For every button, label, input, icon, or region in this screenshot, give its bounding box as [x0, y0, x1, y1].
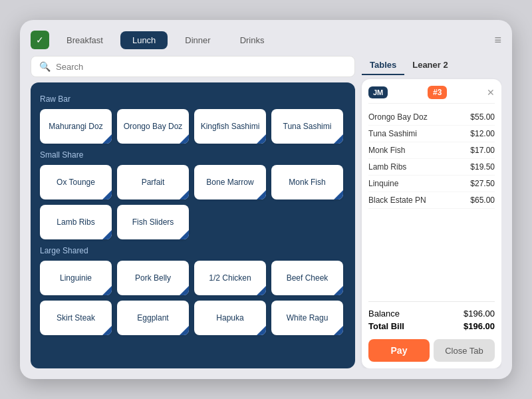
close-tab-button[interactable]: Close Tab — [434, 339, 495, 362]
menu-item[interactable]: Orongo Bay Doz — [117, 109, 189, 144]
order-item-price: $17.00 — [470, 146, 495, 155]
order-item-name: Orongo Bay Doz — [368, 112, 470, 122]
order-item-row: Orongo Bay Doz $55.00 — [368, 109, 495, 126]
app-container: ✓ Breakfast Lunch Dinner Drinks ≡ 🔍 Raw … — [20, 20, 512, 379]
menu-item[interactable]: Eggplant — [117, 301, 189, 335]
section-large-shared: Large Shared — [40, 246, 346, 255]
footer-actions: Pay Close Tab — [368, 339, 495, 362]
balance-label: Balance — [368, 309, 400, 319]
tab-lunch[interactable]: Lunch — [120, 31, 168, 49]
search-bar: 🔍 — [31, 56, 355, 77]
menu-item[interactable]: Kingfish Sashimi — [194, 109, 266, 144]
order-item-row: Lamb Ribs $19.50 — [368, 159, 495, 176]
left-panel: 🔍 Raw Bar Mahurangi Doz Orongo Bay Doz K… — [31, 56, 355, 368]
order-item-name: Linquine — [368, 179, 470, 188]
menu-item[interactable]: Beef Cheek — [271, 261, 343, 295]
menu-item[interactable]: Ox Tounge — [40, 165, 112, 200]
panel-tabs: Tables Leaner 2 — [362, 56, 501, 75]
order-item-row: Black Estate PN $65.00 — [368, 192, 495, 209]
panel-tab-tables[interactable]: Tables — [362, 56, 404, 75]
menu-item[interactable]: 1/2 Chicken — [194, 261, 266, 295]
menu-area: Raw Bar Mahurangi Doz Orongo Bay Doz Kin… — [31, 82, 355, 368]
order-item-row: Monk Fish $17.00 — [368, 142, 495, 159]
order-item-name: Lamb Ribs — [368, 162, 470, 172]
balance-row: Balance $196.00 — [368, 307, 495, 320]
menu-item[interactable]: White Ragu — [271, 301, 343, 335]
menu-item[interactable]: Pork Belly — [117, 261, 189, 295]
top-bar: ✓ Breakfast Lunch Dinner Drinks ≡ — [31, 31, 501, 49]
hamburger-icon[interactable]: ≡ — [494, 33, 501, 47]
menu-item[interactable]: Skirt Steak — [40, 301, 112, 335]
main-content: 🔍 Raw Bar Mahurangi Doz Orongo Bay Doz K… — [31, 56, 501, 368]
order-item-price: $55.00 — [470, 112, 495, 122]
tab-dinner[interactable]: Dinner — [173, 31, 222, 49]
menu-item[interactable]: Mahurangi Doz — [40, 109, 112, 144]
table-badge: JM — [368, 86, 388, 98]
order-item-price: $19.50 — [470, 162, 495, 172]
large-shared-grid: Linguinie Pork Belly 1/2 Chicken Beef Ch… — [40, 261, 346, 335]
right-panel: Tables Leaner 2 JM #3 ✕ Orongo Bay Doz $… — [362, 56, 501, 368]
search-icon: 🔍 — [39, 61, 51, 72]
tab-breakfast[interactable]: Breakfast — [55, 31, 115, 49]
order-header: JM #3 ✕ — [368, 86, 495, 104]
total-label: Total Bill — [368, 321, 404, 331]
menu-item[interactable]: Hapuka — [194, 301, 266, 335]
section-small-share: Small Share — [40, 150, 346, 160]
logo-icon: ✓ — [31, 31, 49, 49]
order-item-name: Black Estate PN — [368, 196, 470, 205]
section-raw-bar: Raw Bar — [40, 94, 346, 104]
panel-tab-leaner[interactable]: Leaner 2 — [404, 56, 456, 75]
table-number: #3 — [428, 86, 447, 99]
menu-item[interactable]: Fish Sliders — [117, 205, 189, 239]
order-footer: Balance $196.00 Total Bill $196.00 Pay C… — [368, 301, 495, 362]
total-row: Total Bill $196.00 — [368, 320, 495, 332]
raw-bar-grid: Mahurangi Doz Orongo Bay Doz Kingfish Sa… — [40, 109, 346, 144]
menu-item[interactable]: Linguinie — [40, 261, 112, 295]
menu-item[interactable]: Monk Fish — [271, 165, 343, 200]
pay-button[interactable]: Pay — [368, 339, 430, 362]
balance-value: $196.00 — [464, 309, 495, 319]
order-item-price: $65.00 — [470, 196, 495, 205]
search-input[interactable] — [56, 62, 346, 72]
menu-item[interactable]: Lamb Ribs — [40, 205, 112, 239]
order-item-row: Tuna Sashimi $12.00 — [368, 126, 495, 142]
order-item-row: Linquine $27.50 — [368, 176, 495, 192]
close-order-button[interactable]: ✕ — [487, 87, 495, 98]
menu-item[interactable]: Bone Marrow — [194, 165, 266, 200]
small-share-grid: Ox Tounge Parfait Bone Marrow Monk Fish … — [40, 165, 346, 239]
tab-drinks[interactable]: Drinks — [228, 31, 277, 49]
menu-item[interactable]: Parfait — [117, 165, 189, 200]
order-item-price: $12.00 — [470, 129, 495, 138]
total-value: $196.00 — [464, 321, 495, 331]
order-item-name: Tuna Sashimi — [368, 129, 470, 138]
order-item-name: Monk Fish — [368, 146, 470, 155]
order-items-list: Orongo Bay Doz $55.00 Tuna Sashimi $12.0… — [368, 109, 495, 301]
menu-item[interactable]: Tuna Sashimi — [271, 109, 343, 144]
order-item-price: $27.50 — [470, 179, 495, 188]
order-card: JM #3 ✕ Orongo Bay Doz $55.00 Tuna Sashi… — [362, 79, 501, 368]
